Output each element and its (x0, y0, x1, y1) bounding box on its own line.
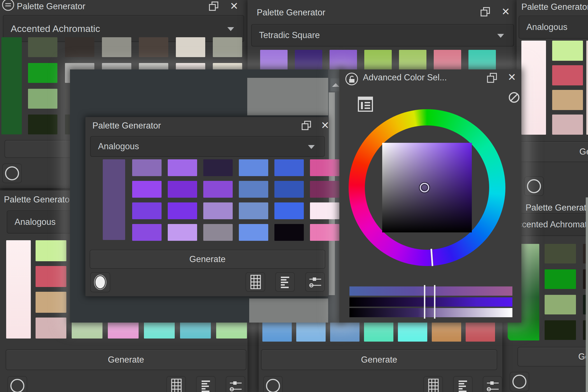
color-slider-saturation[interactable] (349, 297, 512, 307)
sv-cursor[interactable] (420, 183, 429, 192)
palette-swatch[interactable] (239, 202, 268, 219)
grid-view-icon (168, 377, 184, 392)
palette-swatch[interactable] (552, 90, 583, 110)
color-ring-button[interactable] (263, 376, 283, 392)
palette-swatch[interactable] (274, 202, 304, 219)
grid-view-button[interactable] (166, 376, 186, 392)
palette-swatch[interactable] (274, 181, 304, 198)
palette-swatch[interactable] (28, 63, 57, 83)
palette-swatch[interactable] (103, 159, 125, 240)
palette-swatch[interactable] (521, 41, 546, 135)
docker-menu-icon[interactable] (1, 0, 15, 12)
color-slider-hue[interactable] (349, 286, 512, 296)
palette-swatch[interactable] (168, 224, 197, 241)
generate-button[interactable]: Generate (6, 349, 246, 370)
generate-button[interactable]: Generate (90, 250, 325, 269)
palette-swatch[interactable] (552, 41, 583, 61)
palette-swatch[interactable] (432, 321, 461, 342)
palette-swatch[interactable] (213, 37, 242, 57)
palette-swatch[interactable] (132, 181, 162, 198)
palette-swatch[interactable] (1, 37, 22, 134)
palette-swatch[interactable] (6, 240, 31, 339)
float-button[interactable] (300, 120, 313, 131)
palette-swatch[interactable] (274, 159, 304, 176)
palette-swatch[interactable] (132, 202, 162, 219)
color-ring-button[interactable] (2, 164, 22, 183)
palette-swatch[interactable] (239, 181, 268, 198)
palette-swatch[interactable] (466, 321, 495, 342)
palette-swatch[interactable] (545, 244, 576, 263)
slider-settings-button[interactable] (226, 376, 245, 392)
color-ring-button[interactable] (510, 372, 529, 391)
close-button[interactable]: ✕ (319, 120, 331, 131)
palette-swatch[interactable] (168, 202, 197, 219)
generate-button[interactable]: Generate (519, 141, 588, 162)
slider-settings-button[interactable] (305, 272, 325, 292)
palette-swatch[interactable] (203, 159, 233, 176)
list-view-button[interactable] (196, 376, 216, 392)
float-button[interactable] (479, 6, 492, 17)
grid-view-button[interactable] (246, 272, 265, 292)
palette-swatch[interactable] (65, 37, 94, 57)
palette-swatch[interactable] (176, 37, 205, 57)
scrollbar[interactable] (586, 197, 588, 392)
scheme-dropdown[interactable]: Analogous (90, 136, 325, 157)
palette-swatch[interactable] (36, 240, 66, 261)
close-button[interactable]: ✕ (228, 1, 240, 12)
scheme-dropdown[interactable]: Analogous (519, 16, 588, 39)
palette-swatch[interactable] (36, 318, 66, 339)
palette-swatch[interactable] (310, 224, 339, 241)
color-slider-value[interactable] (349, 308, 512, 317)
palette-swatch[interactable] (310, 159, 339, 176)
palette-swatch[interactable] (398, 321, 427, 342)
float-icon (480, 7, 491, 17)
palette-swatch[interactable] (203, 224, 233, 241)
palette-swatch[interactable] (36, 266, 66, 287)
palette-swatch[interactable] (239, 159, 268, 176)
palette-swatch[interactable] (28, 89, 57, 109)
palette-swatch[interactable] (132, 224, 162, 241)
palette-swatch[interactable] (310, 181, 339, 198)
palette-swatch[interactable] (586, 41, 588, 135)
palette-swatch[interactable] (262, 321, 292, 342)
float-button[interactable] (486, 72, 498, 83)
scheme-dropdown[interactable]: Tetradic Square (251, 24, 514, 46)
palette-swatch[interactable] (168, 159, 197, 176)
palette-swatch[interactable] (28, 37, 57, 57)
palette-swatch[interactable] (36, 292, 66, 313)
generate-button[interactable]: Generate (517, 347, 588, 367)
palette-swatch[interactable] (364, 321, 393, 342)
palette-swatch[interactable] (310, 202, 339, 219)
slider-settings-button[interactable] (483, 376, 502, 392)
palette-swatch[interactable] (132, 159, 162, 176)
color-ring-button[interactable] (8, 376, 27, 392)
palette-swatch[interactable] (203, 181, 233, 198)
palette-swatch[interactable] (168, 181, 197, 198)
palette-swatch[interactable] (545, 269, 576, 289)
palette-swatch[interactable] (545, 320, 576, 340)
palette-swatch[interactable] (545, 295, 576, 314)
palette-swatch[interactable] (296, 321, 326, 342)
sv-square[interactable] (382, 143, 472, 232)
window-title: Palette Generator (526, 201, 588, 214)
color-ring-button[interactable] (524, 176, 544, 196)
close-button[interactable]: ✕ (506, 72, 518, 83)
palette-swatch[interactable] (552, 115, 583, 135)
palette-swatch[interactable] (330, 321, 360, 342)
list-view-button[interactable] (453, 376, 473, 392)
palette-swatch[interactable] (203, 202, 233, 219)
palette-swatch[interactable] (239, 224, 268, 241)
palette-swatch[interactable] (102, 37, 131, 57)
palette-swatch[interactable] (139, 37, 168, 57)
lock-button[interactable] (344, 72, 359, 86)
palette-swatch[interactable] (274, 224, 304, 241)
close-button[interactable]: ✕ (500, 6, 512, 17)
palette-swatch[interactable] (552, 65, 583, 85)
palette-swatch[interactable] (28, 115, 57, 134)
settings-list-button[interactable] (357, 96, 374, 112)
color-blob-button[interactable] (90, 272, 110, 292)
float-button[interactable] (208, 1, 220, 12)
grid-view-button[interactable] (423, 376, 443, 392)
list-view-button[interactable] (275, 272, 295, 292)
generate-button[interactable]: Generate (261, 349, 497, 370)
